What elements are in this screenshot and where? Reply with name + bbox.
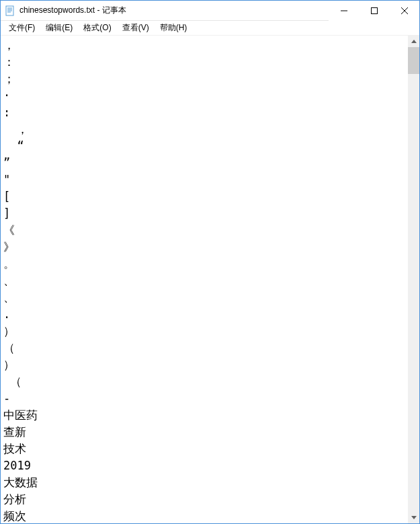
client-area: ， ： ； · : ， “ ” " [ ] 《 》 。 、 、 . ） （ ） … bbox=[1, 36, 419, 523]
menu-format[interactable]: 格式(O) bbox=[78, 21, 116, 35]
titlebar[interactable]: chinesestopwords.txt - 记事本 bbox=[1, 1, 419, 21]
scroll-track[interactable] bbox=[408, 47, 419, 512]
scroll-up-button[interactable] bbox=[408, 36, 419, 47]
menu-help[interactable]: 帮助(H) bbox=[155, 21, 193, 35]
text-content[interactable]: ， ： ； · : ， “ ” " [ ] 《 》 。 、 、 . ） （ ） … bbox=[1, 36, 408, 523]
scroll-thumb[interactable] bbox=[408, 47, 419, 74]
chevron-up-icon bbox=[411, 40, 417, 43]
window-title: chinesestopwords.txt - 记事本 bbox=[19, 5, 329, 16]
maximize-button[interactable] bbox=[359, 1, 389, 21]
scroll-down-button[interactable] bbox=[408, 512, 419, 523]
menu-edit[interactable]: 编辑(E) bbox=[40, 21, 78, 35]
notepad-window: chinesestopwords.txt - 记事本 文件(F) 编辑(E) 格… bbox=[0, 0, 420, 524]
menu-view[interactable]: 查看(V) bbox=[117, 21, 155, 35]
notepad-icon bbox=[5, 5, 15, 16]
vertical-scrollbar[interactable] bbox=[408, 36, 419, 523]
menu-file[interactable]: 文件(F) bbox=[3, 21, 40, 35]
svg-rect-6 bbox=[371, 8, 377, 14]
chevron-down-icon bbox=[411, 516, 417, 519]
menubar: 文件(F) 编辑(E) 格式(O) 查看(V) 帮助(H) bbox=[1, 21, 419, 36]
window-controls bbox=[329, 1, 419, 20]
close-button[interactable] bbox=[389, 1, 419, 21]
minimize-button[interactable] bbox=[329, 1, 359, 21]
